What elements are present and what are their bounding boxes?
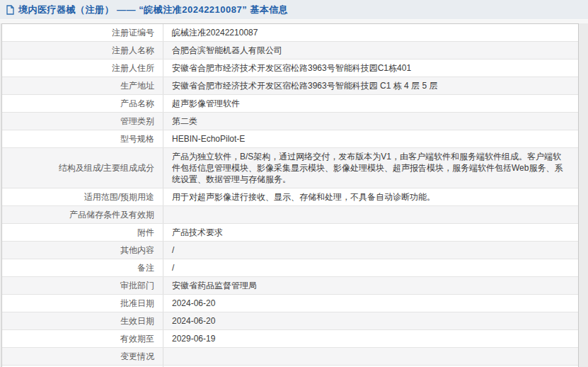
row-label: 生效日期	[2, 312, 163, 329]
row-value: 用于对超声影像进行接收、显示、存储和处理，不具备自动诊断功能。	[163, 188, 578, 205]
table-row: 生效日期2024-06-20	[2, 312, 578, 330]
table-row: 注册人名称合肥合滨智能机器人有限公司	[2, 42, 578, 60]
row-value: 超声影像管理软件	[163, 95, 578, 112]
document-icon	[6, 5, 15, 15]
row-value: 产品为独立软件，B/S架构，通过网络交付，发布版本为V1，由客户端软件和服务端软…	[163, 148, 578, 188]
row-label-text: 结构及组成/主要组成成分	[59, 162, 154, 174]
row-label: 生产地址	[2, 77, 163, 94]
table-row: 产品储存条件及有效期	[2, 206, 578, 224]
table-row: 审批部门安徽省药品监督管理局	[2, 277, 578, 295]
row-label: 批准日期	[2, 295, 163, 312]
table-row: 批准日期2024-06-20	[2, 295, 578, 312]
table-row: 注册证编号皖械注准20242210087	[2, 24, 578, 42]
row-value: /	[163, 259, 578, 276]
table-row: 产品名称超声影像管理软件	[2, 95, 578, 113]
row-value: HEBIN-EchoPilot-E	[163, 130, 578, 147]
row-label-text: 生产地址	[120, 80, 154, 91]
row-value: 合肥合滨智能机器人有限公司	[163, 42, 578, 59]
row-value: 安徽省合肥市经济技术开发区宿松路3963号智能科技园C1栋401	[163, 60, 578, 77]
row-label-text: 注册人住所	[112, 62, 154, 74]
row-label-text: 附件	[137, 227, 154, 238]
row-value: 安徽省药品监督管理局	[163, 277, 578, 294]
row-label-text: 有效期至	[120, 333, 154, 344]
table-row: 其他内容/	[2, 242, 578, 259]
row-label-text: 产品名称	[120, 98, 154, 109]
row-value: 第二类	[163, 113, 578, 130]
row-label-text: 生效日期	[120, 315, 154, 327]
row-label-text: 变更情况	[120, 351, 154, 362]
row-value: 2024-06-20	[163, 295, 578, 312]
row-label-text: 注册人名称	[112, 45, 154, 56]
table-row: 备注/	[2, 259, 578, 277]
row-value: /	[163, 242, 578, 259]
row-label: 其他内容	[2, 242, 163, 259]
page-header: 境内医疗器械（注册） —— “皖械注准20242210087” 基本信息	[0, 0, 588, 20]
table-row: 适用范围/预期用途用于对超声影像进行接收、显示、存储和处理，不具备自动诊断功能。	[2, 188, 578, 206]
row-label: 注册人住所	[2, 60, 163, 77]
row-label: 产品名称	[2, 95, 163, 112]
row-label-text: 产品储存条件及有效期	[69, 209, 154, 220]
row-label-text: 管理类别	[120, 115, 154, 127]
row-value	[163, 348, 578, 365]
row-label: 管理类别	[2, 113, 163, 130]
row-label-text: 其他内容	[120, 244, 154, 256]
row-value	[163, 206, 578, 223]
table-row: 结构及组成/主要组成成分产品为独立软件，B/S架构，通过网络交付，发布版本为V1…	[2, 148, 578, 188]
row-label: 有效期至	[2, 330, 163, 347]
row-label-text: 注册证编号	[112, 27, 154, 38]
row-value: 2029-06-19	[163, 330, 578, 347]
table-row: 有效期至2029-06-19	[2, 330, 578, 348]
row-label: 注册证编号	[2, 24, 163, 41]
table-row: 变更情况	[2, 348, 578, 366]
table-row: 管理类别第二类	[2, 113, 578, 130]
row-label: 变更情况	[2, 348, 163, 365]
row-value: 安徽省合肥市经济技术开发区宿松路3963号智能科技园 C1 栋 4 层 5 层	[163, 77, 578, 94]
info-table: 注册证编号皖械注准20242210087注册人名称合肥合滨智能机器人有限公司注册…	[1, 23, 579, 367]
table-row: 型号规格HEBIN-EchoPilot-E	[2, 130, 578, 148]
row-label-text: 备注	[137, 262, 154, 273]
row-label-text: 型号规格	[120, 133, 154, 145]
page-title: 境内医疗器械（注册） —— “皖械注准20242210087” 基本信息	[18, 4, 288, 16]
row-label: 结构及组成/主要组成成分	[2, 148, 163, 188]
row-label: 审批部门	[2, 277, 163, 294]
info-table-body: 注册证编号皖械注准20242210087注册人名称合肥合滨智能机器人有限公司注册…	[2, 24, 578, 367]
row-label-text: 批准日期	[120, 298, 154, 309]
table-row: 注册人住所安徽省合肥市经济技术开发区宿松路3963号智能科技园C1栋401	[2, 60, 578, 77]
row-value: 皖械注准20242210087	[163, 24, 578, 41]
row-label-text: 适用范围/预期用途	[84, 191, 154, 203]
row-label: 产品储存条件及有效期	[2, 206, 163, 223]
row-label: 适用范围/预期用途	[2, 188, 163, 205]
row-label: 备注	[2, 259, 163, 276]
row-value: 产品技术要求	[163, 224, 578, 241]
row-label-text: 审批部门	[120, 280, 154, 291]
row-label: 附件	[2, 224, 163, 241]
table-row: 生产地址安徽省合肥市经济技术开发区宿松路3963号智能科技园 C1 栋 4 层 …	[2, 77, 578, 95]
row-label: 型号规格	[2, 130, 163, 147]
row-label: 注册人名称	[2, 42, 163, 59]
table-row: 附件产品技术要求	[2, 224, 578, 242]
row-value: 2024-06-20	[163, 312, 578, 329]
